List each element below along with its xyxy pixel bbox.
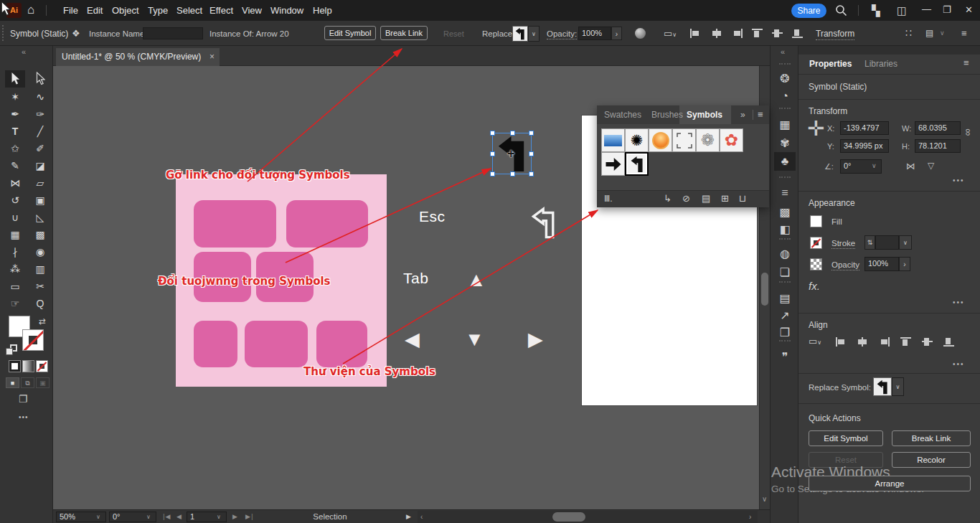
align-more-options[interactable]: ••• (953, 360, 965, 368)
first-artboard-button[interactable]: ∣◀ (162, 513, 170, 520)
align-left-icon[interactable] (690, 29, 701, 38)
lasso-tool[interactable]: ∿ (32, 89, 49, 105)
delete-symbol-icon[interactable]: ⊔ (739, 193, 746, 204)
document-tab-close-icon[interactable]: × (209, 48, 215, 66)
recolor-button[interactable]: Recolor (892, 452, 971, 468)
symbol-thumb-turn-left-arrow-selected[interactable] (625, 152, 649, 176)
eyedropper-tool[interactable]: ∤ (6, 244, 24, 260)
tab-symbols[interactable]: Symbols (687, 110, 722, 120)
x-field[interactable]: -139.4797 p (840, 121, 889, 135)
symbol-thumb-twirl-ring[interactable]: ❁ (696, 128, 720, 152)
scroll-down-chevron[interactable]: ∨ (762, 495, 767, 503)
color-guide-panel-icon[interactable]: ◔ (771, 90, 799, 103)
dock-group-grip[interactable] (779, 281, 791, 283)
dock-group-grip[interactable] (779, 108, 791, 109)
grid-options-icon[interactable]: ∷ (905, 27, 912, 39)
type-tool[interactable]: T (6, 123, 24, 139)
none-mode-button[interactable] (36, 360, 48, 372)
place-symbol-instance-icon[interactable]: ↳ (664, 193, 672, 204)
appearance-more-options[interactable]: ••• (953, 298, 965, 306)
brushes-panel-icon[interactable]: ✾ (771, 136, 799, 150)
symbol-thumb-orange-orb[interactable] (649, 128, 672, 152)
h-field[interactable]: 78.1201 px (915, 139, 961, 153)
toolbar-collapse-icon[interactable]: « (22, 47, 26, 56)
replace-symbol-chevron[interactable]: ∨ (892, 377, 904, 396)
align-right-icon[interactable] (732, 29, 743, 38)
break-link-button[interactable]: Break Link (892, 430, 971, 446)
magic-wand-tool[interactable]: ✶ (6, 89, 24, 105)
status-expand-icon[interactable]: ▶ (406, 513, 411, 520)
edit-symbol-button[interactable]: Edit Symbol (324, 26, 376, 40)
align-right-icon[interactable] (879, 337, 890, 347)
curvature-tool[interactable]: ✑ (32, 106, 49, 122)
transform-more-options[interactable]: ••• (953, 176, 965, 184)
selection-handle[interactable] (529, 151, 534, 156)
align-top-icon[interactable] (752, 29, 763, 38)
workspace-switcher-icon[interactable]: ▚ (872, 4, 880, 17)
pink-tile[interactable] (316, 321, 367, 367)
opacity-field[interactable]: 100% (578, 27, 611, 40)
default-swatches-icon[interactable] (6, 344, 17, 356)
selection-handle[interactable] (490, 171, 495, 176)
align-center-icon[interactable] (712, 29, 722, 38)
selection-handle[interactable] (490, 151, 495, 156)
edit-toolbar-icon[interactable]: ••• (19, 413, 29, 421)
y-field[interactable]: 34.9995 px (840, 139, 889, 153)
align-to-artboard-icon[interactable]: ▭∨ (809, 336, 821, 347)
tab-brushes[interactable]: Brushes (651, 110, 683, 120)
arrange-button[interactable]: Arrange (809, 476, 971, 491)
horizontal-scrollbar[interactable]: ‹ › (418, 511, 758, 523)
eraser-tool[interactable]: ◪ (32, 158, 49, 174)
align-middle-icon[interactable] (772, 29, 783, 38)
flip-vertical-icon[interactable]: ▽ (928, 161, 934, 171)
artboard-chevron-icon[interactable]: ∨ (217, 514, 221, 520)
symbol-thumb-ink-splat[interactable]: ✺ (625, 128, 649, 152)
symbol-options-icon[interactable]: ▤ (702, 193, 710, 204)
screen-mode-icon[interactable]: ❐ (19, 393, 28, 405)
share-button[interactable]: Share (791, 4, 826, 18)
mesh-tool[interactable]: ▦ (6, 227, 24, 242)
pink-tile[interactable] (194, 200, 276, 248)
fx-button[interactable]: fx. (809, 280, 820, 292)
replace-dropdown-chevron[interactable]: ∨ (528, 26, 540, 42)
selection-handle[interactable] (529, 171, 534, 176)
next-artboard-button[interactable]: ▶ (232, 513, 237, 520)
graphic-styles-panel-icon[interactable]: ❏ (771, 265, 799, 279)
flip-horizontal-icon[interactable]: ⋈ (906, 161, 915, 171)
export-panel-icon[interactable]: ↗ (771, 308, 799, 322)
align-to-artboard-icon[interactable]: ▭∨ (664, 28, 677, 39)
symbol-thumb-flower[interactable]: ✿ (720, 128, 743, 152)
dropdown-chevron-icon[interactable]: ∨ (940, 29, 945, 37)
stroke-weight-chevron[interactable]: ∨ (899, 235, 912, 250)
symbols-panel-icon[interactable]: ♣ (771, 155, 799, 168)
symbol-libraries-menu-icon[interactable]: Ⅲ. (604, 194, 613, 204)
dock-group-grip[interactable] (779, 63, 791, 65)
tab-libraries[interactable]: Libraries (864, 59, 897, 69)
direct-selection-tool[interactable] (32, 72, 49, 88)
blend-tool[interactable]: ◉ (32, 244, 49, 260)
draw-normal-mode[interactable]: ■ (6, 377, 19, 388)
shape-builder-tool[interactable]: ∪ (6, 209, 24, 225)
vertical-scrollbar-thumb[interactable] (761, 273, 768, 306)
symbol-thumb-arrow-right[interactable] (601, 152, 625, 176)
pink-tile[interactable] (286, 200, 368, 248)
symbol-thumb-registration-marks[interactable] (672, 128, 696, 152)
prev-artboard-button[interactable]: ◀ (176, 513, 182, 520)
slice-tool[interactable]: ✂ (32, 278, 49, 294)
stroke-color-swatch[interactable] (810, 237, 822, 249)
opacity-label[interactable]: Opacity (831, 260, 859, 270)
graph-tool[interactable]: ▥ (32, 261, 49, 277)
align-left-icon[interactable] (836, 337, 847, 347)
pink-tile[interactable] (194, 321, 237, 367)
panel-layout-icon[interactable]: ◫ (897, 4, 907, 17)
document-tab[interactable]: Untitled-1* @ 50 % (CMYK/Preview) × (56, 48, 220, 66)
selection-tool[interactable] (6, 72, 24, 88)
opacity-label[interactable]: Opacity: (547, 29, 577, 39)
dock-group-grip[interactable] (779, 340, 791, 341)
instance-name-input[interactable] (143, 27, 203, 39)
swap-fill-stroke-icon[interactable]: ⇄ (39, 316, 46, 326)
selection-handle[interactable] (490, 131, 495, 136)
dock-collapse-icon[interactable]: « (781, 47, 785, 56)
stroke-panel-icon[interactable]: ≡ (771, 187, 799, 199)
tab-swatches[interactable]: Swatches (604, 110, 641, 120)
